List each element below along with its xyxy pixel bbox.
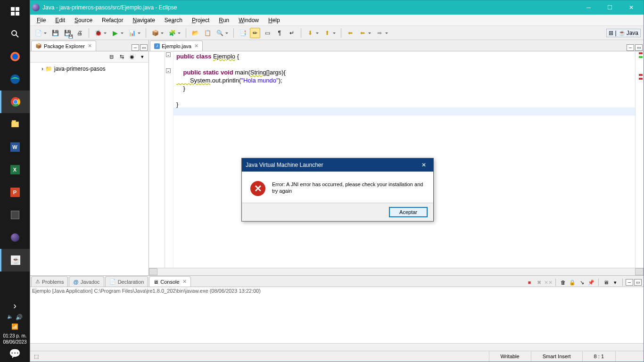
editor-scrollbar[interactable] <box>149 268 644 275</box>
tab-declaration[interactable]: 📄Declaration <box>105 276 149 287</box>
excel-icon[interactable]: X <box>0 158 30 181</box>
last-edit-button[interactable]: ⬅ <box>345 28 355 38</box>
java-icon[interactable]: ☕ <box>0 249 30 272</box>
close-icon[interactable]: ✕ <box>194 43 198 49</box>
menu-run[interactable]: Run <box>215 16 233 25</box>
block-selection-button[interactable]: ▭ <box>262 28 272 38</box>
annotation-ruler[interactable] <box>149 51 165 268</box>
run-button[interactable]: ▶ <box>110 28 120 38</box>
show-whitespace-button[interactable]: ¶ <box>274 28 285 38</box>
scroll-lock-button[interactable]: 🔒 <box>568 278 577 287</box>
maximize-view-button[interactable]: ▭ <box>140 44 148 51</box>
accept-button[interactable]: Aceptar <box>389 207 428 217</box>
view-menu-button[interactable]: ▾ <box>138 53 147 61</box>
maximize-editor-button[interactable]: ▭ <box>635 44 643 51</box>
declaration-icon: 📄 <box>109 279 116 285</box>
battery-icon[interactable]: 🔈 <box>7 314 13 321</box>
chrome-icon[interactable] <box>0 90 30 113</box>
pin-console-button[interactable]: 📌 <box>587 278 595 287</box>
notifications-icon[interactable]: 💬 <box>0 347 30 360</box>
print-button[interactable]: 🖨 <box>74 28 85 38</box>
open-task-button[interactable]: 📋 <box>202 28 213 38</box>
taskbar-clock[interactable]: 01:23 p. m. 08/06/2023 <box>3 333 26 345</box>
forward-button[interactable]: ➡ <box>374 28 385 38</box>
search-icon[interactable] <box>0 23 30 45</box>
save-button[interactable]: 💾 <box>50 28 60 38</box>
remove-launch-button[interactable]: ✖ <box>535 278 543 287</box>
explorer-icon[interactable] <box>0 113 30 136</box>
menu-file[interactable]: File <box>33 16 50 25</box>
minimize-editor-button[interactable]: ─ <box>627 44 634 51</box>
titlebar[interactable]: Java - java-primeros-pasos/src/Ejemplo.j… <box>30 0 644 15</box>
open-console-button[interactable]: ▾ <box>611 278 619 287</box>
overview-ruler[interactable] <box>635 51 644 268</box>
word-icon[interactable]: W <box>0 136 30 158</box>
maximize-bottom-button[interactable]: ▭ <box>634 279 642 286</box>
start-button[interactable] <box>0 0 30 23</box>
powerpoint-icon[interactable]: P <box>0 181 30 204</box>
maximize-button[interactable]: ☐ <box>599 0 620 15</box>
new-package-button[interactable]: 📦 <box>150 28 160 38</box>
open-perspective-icon[interactable]: ⊞ <box>609 30 613 36</box>
collapse-all-button[interactable]: ⊟ <box>107 53 116 61</box>
open-type-button[interactable]: 📂 <box>190 28 200 38</box>
menu-navigate[interactable]: Navigate <box>129 16 158 25</box>
app-icon-1[interactable] <box>0 204 30 226</box>
console-scrollbar[interactable] <box>30 343 644 351</box>
minimize-view-button[interactable]: ─ <box>132 44 139 51</box>
debug-button[interactable]: 🐞 <box>93 28 103 38</box>
close-icon[interactable]: ✕ <box>88 43 92 49</box>
firefox-icon[interactable] <box>0 45 30 68</box>
minimize-bottom-button[interactable]: ─ <box>626 279 633 286</box>
mark-occurrences-button[interactable]: ✏ <box>250 28 260 38</box>
status-icon[interactable]: ⬚ <box>30 354 58 360</box>
edge-icon[interactable] <box>0 68 30 90</box>
perspective-switcher[interactable]: ⊞ | ☕ Java <box>606 29 641 37</box>
new-class-button[interactable]: 🧩 <box>167 28 177 38</box>
editor-tab[interactable]: J Ejemplo.java ✕ <box>150 41 203 51</box>
menu-source[interactable]: Source <box>71 16 96 25</box>
folding-ruler[interactable]: - - <box>165 51 173 268</box>
status-insert: Smart Insert <box>531 351 582 362</box>
dialog-close-button[interactable]: ✕ <box>418 160 429 170</box>
next-annotation-button[interactable]: ⬇ <box>305 28 315 38</box>
prev-annotation-button[interactable]: ⬆ <box>322 28 332 38</box>
link-editor-button[interactable]: ⇆ <box>117 53 126 61</box>
package-explorer-view: 📦 Package Explorer ✕ ─ ▭ ⊟ ⇆ ◉ ▾ <box>30 40 149 275</box>
dialog-titlebar[interactable]: Java Virtual Machine Launcher ✕ <box>242 158 433 172</box>
show-console-button[interactable]: ↘ <box>578 278 586 287</box>
console-icon: 🖥 <box>153 279 158 285</box>
new-button[interactable]: 📄 <box>33 28 43 38</box>
coverage-button[interactable]: 📊 <box>127 28 137 38</box>
menu-search[interactable]: Search <box>161 16 186 25</box>
search-button[interactable]: 🔍 <box>215 28 225 38</box>
focus-task-button[interactable]: ◉ <box>128 53 136 61</box>
menu-refactor[interactable]: Refactor <box>98 16 127 25</box>
back-button[interactable]: ⬅ <box>357 28 368 38</box>
menu-help[interactable]: Help <box>264 16 284 25</box>
word-wrap-button[interactable]: ↵ <box>287 28 297 38</box>
minimize-button[interactable]: ─ <box>578 0 599 15</box>
tab-console[interactable]: 🖥Console✕ <box>149 276 190 287</box>
package-explorer-tab[interactable]: 📦 Package Explorer ✕ <box>31 41 96 51</box>
display-console-button[interactable]: 🖥 <box>602 278 610 287</box>
volume-icon[interactable]: 🔊 <box>16 314 23 321</box>
eclipse-icon[interactable] <box>0 226 30 249</box>
eclipse-logo-icon <box>32 4 40 11</box>
close-icon[interactable]: ✕ <box>182 279 187 285</box>
menu-window[interactable]: Window <box>235 16 263 25</box>
project-tree-item[interactable]: › 📁 java-primeros-pasos <box>34 65 145 73</box>
menu-edit[interactable]: Edit <box>51 16 69 25</box>
tab-javadoc[interactable]: @Javadoc <box>69 276 104 287</box>
clear-console-button[interactable]: 🗑 <box>559 278 567 287</box>
taskbar-overflow-icon[interactable]: › <box>0 299 30 312</box>
tab-problems[interactable]: ⚠Problems <box>31 276 68 287</box>
terminate-button[interactable]: ■ <box>525 278 534 287</box>
toggle-breadcrumb-button[interactable]: 📑 <box>238 28 248 38</box>
menu-project[interactable]: Project <box>188 16 213 25</box>
save-all-button[interactable]: 💾💾 <box>62 28 73 38</box>
console-body[interactable]: Ejemplo [Java Application] C:\Program Fi… <box>30 287 644 343</box>
wifi-icon[interactable]: 📶 <box>11 323 18 330</box>
close-button[interactable]: ✕ <box>620 0 642 15</box>
remove-all-button[interactable]: ⨯⨯ <box>544 278 553 287</box>
